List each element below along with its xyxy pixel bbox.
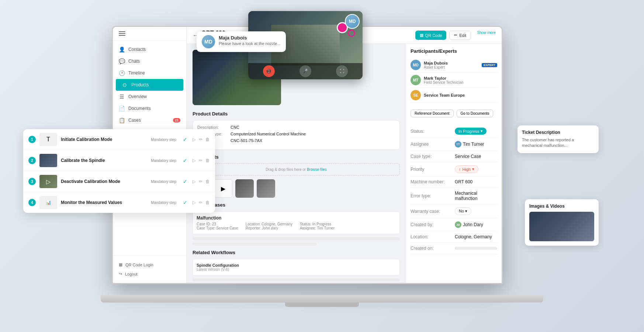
sidebar-item-label-documents: Documents: [128, 106, 151, 111]
step-2-thumb: [39, 154, 57, 167]
step-3-mandatory: Mandatory step: [151, 180, 176, 184]
step-1-check: ✓: [183, 136, 187, 142]
logout-item[interactable]: ↪ Logout: [119, 269, 180, 279]
qr-code-button[interactable]: ▦ QR Code: [415, 31, 447, 40]
step-4-mandatory: Mandatory step: [151, 201, 176, 205]
caller-message: Please have a look at the nozzle...: [219, 41, 281, 46]
end-call-button[interactable]: 📵: [263, 65, 275, 77]
drop-zone[interactable]: Drag & drop files here or Browse files: [193, 163, 400, 176]
video-controls: 📵 🎤 ⛶: [248, 63, 363, 79]
sidebar-item-contacts[interactable]: 👤 Contacts: [113, 44, 186, 55]
participant-name-mark: Mark Taylor: [424, 76, 464, 80]
step-3-edit[interactable]: ✏: [199, 179, 202, 184]
participant-info-service: Service Team Europe: [424, 93, 465, 97]
fullscreen-button[interactable]: ⛶: [336, 65, 348, 77]
step-2-delete[interactable]: 🗑: [205, 158, 210, 163]
ticket-popup-title: Ticket Description: [522, 130, 594, 135]
laptop-notch: [285, 302, 359, 307]
created-on-row: Created on:: [411, 243, 497, 254]
step-1-edit[interactable]: ✏: [199, 137, 202, 142]
case-meta-right: Status: In Progress Assignee: Tim Turner: [300, 222, 335, 230]
chats-icon: 💬: [119, 58, 125, 64]
case-details-embedded: Status: In Progress ▾ As: [411, 125, 497, 254]
error-type-value: Mechanical malfunction: [455, 191, 497, 201]
created-by-row: Created by: JD John Dary: [411, 218, 497, 231]
edit-icon: ✏: [454, 33, 457, 38]
sidebar-item-cases[interactable]: 📋 Cases 21: [113, 114, 186, 126]
related-workflows-title: Related Workflows: [193, 250, 400, 255]
code-row: Code: CNC-501-75-7AX: [197, 138, 395, 143]
step-2-check: ✓: [183, 158, 187, 163]
step-3-play[interactable]: ▷: [193, 179, 196, 184]
laptop-base: [101, 295, 543, 302]
sidebar-item-products[interactable]: ⊙ Products: [116, 79, 183, 91]
sidebar-item-overview[interactable]: ☰ Overview: [113, 91, 186, 103]
warranty-row: Warranty case: No ▾: [411, 204, 497, 218]
step-4-delete[interactable]: 🗑: [205, 200, 210, 205]
case-reporter: Reporter: John dary: [246, 226, 292, 230]
step-4-name: Monitor the Measured Values: [61, 200, 147, 205]
error-type-label: Error type:: [411, 193, 455, 198]
step-4-edit[interactable]: ✏: [199, 200, 202, 205]
sidebar-item-label-contacts: Contacts: [128, 47, 146, 52]
sidebar-item-timeline[interactable]: 🕐 Timeline: [113, 67, 186, 79]
participants-panel: Participants/Experts MD Maja Dubois Asse…: [406, 44, 502, 283]
participant-mark: MT Mark Taylor Field Service Technician: [411, 73, 497, 88]
products-icon: ⊙: [122, 82, 128, 88]
priority-value: ↑ High ▾: [455, 165, 478, 173]
doc-thumbnail-2: [257, 179, 275, 198]
step-4-play[interactable]: ▷: [193, 200, 196, 205]
participant-maja: MD Maja Dubois Asset Expert EXPERT: [411, 58, 497, 73]
priority-badge[interactable]: ↑ High ▾: [455, 165, 478, 173]
go-docs-button[interactable]: Go to Documents: [457, 110, 494, 117]
step-2-play[interactable]: ▷: [193, 158, 196, 163]
machine-number-label: Machine number:: [411, 179, 455, 184]
step-3: 3 ▷ Deactivate Calibration Mode Mandator…: [23, 171, 215, 192]
step-1-mandatory: Mandatory step: [151, 138, 176, 142]
ref-doc-button[interactable]: Reference Document: [411, 110, 454, 117]
sidebar-item-label-products: Products: [131, 82, 149, 87]
location-value: Cologne, Germany: [455, 234, 492, 239]
overview-icon: ☰: [119, 94, 125, 100]
hamburger-menu[interactable]: [119, 31, 125, 36]
warranty-value: No ▾: [455, 207, 471, 215]
chevron-down-priority-icon: ▾: [472, 167, 474, 172]
case-meta-left: Case ID: 23 Case Type: Service Case: [197, 222, 238, 230]
step-2-actions: ▷ ✏ 🗑: [193, 158, 210, 163]
caller-avatar: MD: [202, 35, 215, 48]
browse-files-link[interactable]: Browse files: [307, 167, 327, 172]
step-2-number: 2: [28, 157, 36, 164]
participant-avatar-mark: MT: [411, 75, 421, 85]
drop-text: Drag & drop files here or: [266, 167, 306, 172]
step-1-play[interactable]: ▷: [193, 137, 196, 142]
edit-button[interactable]: ✏ Edit: [449, 31, 471, 40]
step-2: 2 Calibrate the Spindle Mandatory step ✓…: [23, 150, 215, 171]
product-type-row: Product Type: Computerized Numerical Con…: [197, 132, 395, 136]
step-3-actions: ▷ ✏ 🗑: [193, 179, 210, 184]
assignee-row: Assignee TT Tim Turner: [411, 138, 497, 151]
created-by-name: John Dary: [463, 222, 483, 227]
qr-login-item[interactable]: ▦ QR Code Login: [119, 260, 180, 269]
assignee-label: Assignee: [411, 142, 455, 147]
sidebar-item-chats[interactable]: 💬 Chats: [113, 55, 186, 67]
status-text: In Progress: [458, 129, 479, 134]
mic-button[interactable]: 🎤: [300, 65, 311, 77]
step-2-edit[interactable]: ✏: [199, 158, 202, 163]
step-4: 4 📊 Monitor the Measured Values Mandator…: [23, 192, 215, 213]
qr-login-label: QR Code Login: [125, 263, 153, 267]
step-1-delete[interactable]: 🗑: [205, 137, 210, 142]
related-workflows-section: Related Workflows Spindle Configuration …: [193, 250, 400, 283]
related-cases-title: Related Cases: [193, 202, 400, 208]
product-details-section: Product Details Description: CNC Product…: [193, 111, 400, 150]
sidebar-item-documents[interactable]: 📄 Documents: [113, 103, 186, 114]
doc-files: 📄 ▶: [193, 179, 400, 198]
status-badge[interactable]: In Progress ▾: [455, 128, 487, 135]
show-more-link[interactable]: Show more: [477, 31, 496, 40]
documents-icon: 📄: [119, 106, 125, 111]
step-3-delete[interactable]: 🗑: [205, 179, 210, 184]
status-value: In Progress ▾: [455, 128, 487, 135]
warranty-badge[interactable]: No ▾: [455, 207, 471, 215]
step-4-thumb: 📊: [39, 196, 57, 209]
case-id: Case ID: 23: [197, 222, 238, 226]
doc-thumbnail-1: [235, 179, 254, 198]
